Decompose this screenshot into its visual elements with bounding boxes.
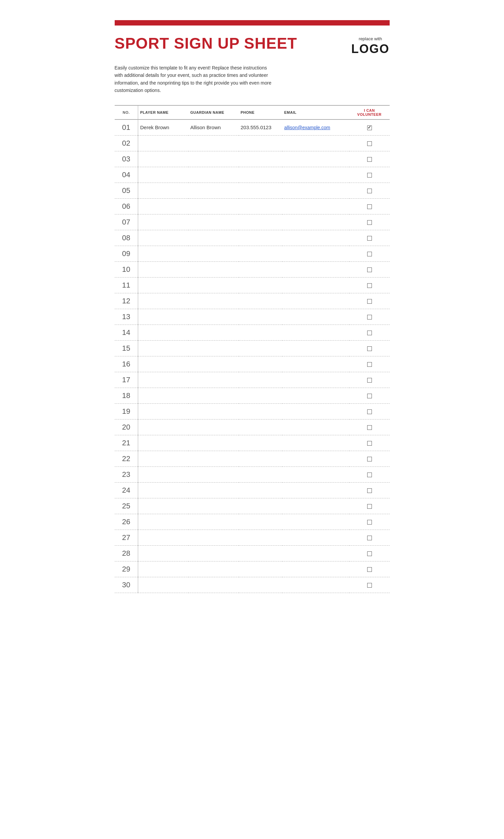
cell-guardian[interactable]: Allison Brown: [188, 120, 239, 136]
cell-player[interactable]: [138, 230, 188, 246]
volunteer-checkbox[interactable]: [367, 457, 372, 461]
cell-volunteer[interactable]: [349, 482, 390, 498]
cell-volunteer[interactable]: [349, 577, 390, 593]
cell-volunteer[interactable]: [349, 214, 390, 230]
cell-guardian[interactable]: [188, 403, 239, 419]
cell-phone[interactable]: [239, 561, 282, 577]
cell-email[interactable]: allison@example.com: [282, 120, 349, 136]
cell-phone[interactable]: [239, 230, 282, 246]
cell-volunteer[interactable]: [349, 167, 390, 182]
cell-phone[interactable]: [239, 261, 282, 277]
cell-email[interactable]: [282, 277, 349, 293]
cell-player[interactable]: Derek Brown: [138, 120, 188, 136]
cell-phone[interactable]: [239, 356, 282, 372]
cell-guardian[interactable]: [188, 309, 239, 325]
cell-phone[interactable]: [239, 182, 282, 198]
cell-email[interactable]: [282, 214, 349, 230]
cell-player[interactable]: [138, 293, 188, 309]
volunteer-checkbox[interactable]: [367, 157, 372, 162]
cell-volunteer[interactable]: [349, 309, 390, 325]
cell-email[interactable]: [282, 261, 349, 277]
cell-guardian[interactable]: [188, 435, 239, 451]
volunteer-checkbox[interactable]: [367, 220, 372, 225]
cell-volunteer[interactable]: [349, 230, 390, 246]
cell-player[interactable]: [138, 277, 188, 293]
cell-guardian[interactable]: [188, 482, 239, 498]
cell-volunteer[interactable]: [349, 388, 390, 403]
cell-guardian[interactable]: [188, 514, 239, 529]
cell-player[interactable]: [138, 325, 188, 340]
cell-volunteer[interactable]: [349, 151, 390, 167]
cell-player[interactable]: [138, 403, 188, 419]
cell-player[interactable]: [138, 514, 188, 529]
volunteer-checkbox[interactable]: [367, 520, 372, 525]
volunteer-checkbox[interactable]: [367, 504, 372, 509]
cell-guardian[interactable]: [188, 467, 239, 482]
cell-volunteer[interactable]: [349, 261, 390, 277]
cell-guardian[interactable]: [188, 529, 239, 545]
volunteer-checkbox[interactable]: [367, 473, 372, 477]
cell-player[interactable]: [138, 435, 188, 451]
cell-phone[interactable]: [239, 277, 282, 293]
volunteer-checkbox[interactable]: [367, 331, 372, 335]
cell-phone[interactable]: [239, 325, 282, 340]
cell-guardian[interactable]: [188, 182, 239, 198]
cell-email[interactable]: [282, 403, 349, 419]
cell-player[interactable]: [138, 529, 188, 545]
cell-player[interactable]: [138, 498, 188, 514]
cell-guardian[interactable]: [188, 135, 239, 151]
cell-phone[interactable]: [239, 467, 282, 482]
cell-guardian[interactable]: [188, 246, 239, 261]
cell-phone[interactable]: [239, 482, 282, 498]
cell-email[interactable]: [282, 309, 349, 325]
email-link[interactable]: allison@example.com: [284, 125, 330, 130]
cell-phone[interactable]: [239, 246, 282, 261]
volunteer-checkbox[interactable]: [367, 441, 372, 446]
cell-phone[interactable]: [239, 135, 282, 151]
volunteer-checkbox[interactable]: [367, 346, 372, 351]
cell-phone[interactable]: [239, 529, 282, 545]
cell-player[interactable]: [138, 388, 188, 403]
cell-volunteer[interactable]: [349, 120, 390, 136]
volunteer-checkbox[interactable]: [367, 141, 372, 146]
cell-guardian[interactable]: [188, 261, 239, 277]
cell-phone[interactable]: [239, 198, 282, 214]
cell-guardian[interactable]: [188, 498, 239, 514]
cell-email[interactable]: [282, 372, 349, 388]
cell-player[interactable]: [138, 151, 188, 167]
cell-email[interactable]: [282, 151, 349, 167]
volunteer-checkbox[interactable]: [367, 409, 372, 414]
cell-email[interactable]: [282, 514, 349, 529]
cell-email[interactable]: [282, 182, 349, 198]
volunteer-checkbox[interactable]: [367, 552, 372, 556]
cell-player[interactable]: [138, 309, 188, 325]
cell-player[interactable]: [138, 467, 188, 482]
cell-volunteer[interactable]: [349, 529, 390, 545]
cell-volunteer[interactable]: [349, 325, 390, 340]
cell-guardian[interactable]: [188, 451, 239, 467]
cell-phone[interactable]: 203.555.0123: [239, 120, 282, 136]
cell-phone[interactable]: [239, 151, 282, 167]
cell-volunteer[interactable]: [349, 277, 390, 293]
cell-email[interactable]: [282, 230, 349, 246]
cell-player[interactable]: [138, 167, 188, 182]
cell-player[interactable]: [138, 577, 188, 593]
cell-phone[interactable]: [239, 388, 282, 403]
volunteer-checkbox[interactable]: [367, 189, 372, 193]
volunteer-checkbox[interactable]: [367, 204, 372, 209]
cell-volunteer[interactable]: [349, 246, 390, 261]
volunteer-checkbox[interactable]: [367, 425, 372, 430]
cell-guardian[interactable]: [188, 325, 239, 340]
cell-phone[interactable]: [239, 419, 282, 435]
cell-player[interactable]: [138, 246, 188, 261]
cell-guardian[interactable]: [188, 214, 239, 230]
cell-guardian[interactable]: [188, 419, 239, 435]
cell-guardian[interactable]: [188, 545, 239, 561]
cell-email[interactable]: [282, 340, 349, 356]
cell-volunteer[interactable]: [349, 419, 390, 435]
cell-player[interactable]: [138, 135, 188, 151]
cell-phone[interactable]: [239, 435, 282, 451]
cell-player[interactable]: [138, 198, 188, 214]
cell-volunteer[interactable]: [349, 467, 390, 482]
cell-volunteer[interactable]: [349, 340, 390, 356]
